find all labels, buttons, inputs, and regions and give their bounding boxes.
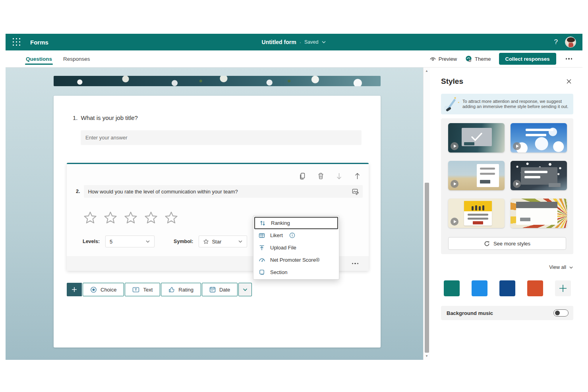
rating-options-row: Levels: 5 Symbol: Star <box>83 236 247 247</box>
theme-thumbnail[interactable] <box>511 199 567 228</box>
menu-item-ranking[interactable]: Ranking <box>254 217 338 229</box>
add-question-button[interactable] <box>67 283 82 296</box>
ranking-arrows-icon <box>259 220 266 226</box>
theme-color-swatches <box>444 280 572 296</box>
theme-thumbnail[interactable] <box>448 161 505 190</box>
tab-questions[interactable]: Questions <box>26 50 52 67</box>
see-more-styles-button[interactable]: See more styles <box>448 237 566 250</box>
form-title[interactable]: Untitled form <box>262 39 296 45</box>
calendar-icon <box>209 286 216 293</box>
theme-thumbnail[interactable] <box>511 123 567 153</box>
suggestion-text: To attract more attention and response, … <box>462 99 570 110</box>
delete-question-icon[interactable] <box>315 171 326 181</box>
copy-question-icon[interactable] <box>297 171 308 181</box>
scrollbar-up-arrow-icon[interactable]: ▲ <box>425 69 429 73</box>
chevron-down-icon <box>238 239 243 244</box>
tab-responses[interactable]: Responses <box>63 50 90 67</box>
preview-button[interactable]: Preview <box>429 56 457 62</box>
view-all-link[interactable]: View all <box>441 265 573 270</box>
theme-button[interactable]: Theme <box>465 55 491 63</box>
paintbrush-illustration-icon: ✦ ✦ <box>443 95 461 113</box>
add-date-button[interactable]: Date <box>202 283 238 296</box>
app-launcher-waffle-icon[interactable] <box>9 34 25 50</box>
menu-item-upload-file[interactable]: Upload File <box>254 241 338 254</box>
menu-item-label: Section <box>270 269 287 275</box>
question-more-options-icon[interactable] <box>350 261 360 266</box>
star-icon[interactable] <box>164 210 179 226</box>
radio-icon <box>90 286 97 293</box>
menu-item-label: Upload File <box>270 245 296 251</box>
add-rating-button[interactable]: Rating <box>161 283 201 296</box>
add-choice-button[interactable]: Choice <box>83 283 124 296</box>
symbol-select[interactable]: Star <box>199 236 247 247</box>
forms-app-window: Forms Untitled form · Saved ? Questions … <box>0 0 588 392</box>
likert-grid-icon <box>258 232 265 239</box>
theme-thumbnail-selected[interactable] <box>448 123 505 153</box>
star-icon[interactable] <box>103 210 118 226</box>
move-question-down-icon[interactable] <box>334 171 344 181</box>
menu-item-label: Likert <box>270 232 283 238</box>
view-all-label: View all <box>549 265 566 270</box>
command-bar: Questions Responses Preview <box>6 50 582 68</box>
insert-media-icon[interactable] <box>352 188 359 195</box>
color-swatch-blue[interactable] <box>472 280 487 296</box>
account-avatar[interactable] <box>565 37 576 48</box>
move-question-up-icon[interactable] <box>352 171 362 181</box>
more-options-icon[interactable] <box>564 56 574 61</box>
question-type-menu: Ranking Likert Upload File Net Promoter … <box>253 216 339 280</box>
scrollbar-down-arrow-icon[interactable]: ▼ <box>425 354 429 358</box>
info-icon[interactable] <box>289 232 295 238</box>
help-icon[interactable]: ? <box>554 38 558 46</box>
upload-icon <box>258 245 265 251</box>
check-icon <box>471 133 483 141</box>
play-icon <box>513 142 521 150</box>
color-swatch-orange[interactable] <box>527 280 543 296</box>
theme-thumbnails-container <box>441 118 573 254</box>
saved-status: Saved <box>304 39 318 45</box>
scrollbar-thumb[interactable] <box>425 183 429 353</box>
menu-item-net-promoter-score[interactable]: Net Promoter Score® <box>254 254 338 266</box>
form-banner-image <box>54 76 381 86</box>
star-small-icon <box>203 239 209 245</box>
rating-stars <box>83 210 179 226</box>
question-2-actions <box>297 171 362 181</box>
question-2-title-row: 2. How would you rate the level of commu… <box>76 185 363 198</box>
theme-suggestion-banner: ✦ ✦ To attract more attention and respon… <box>441 94 573 114</box>
chevron-down-icon <box>569 265 573 270</box>
add-button-label: Choice <box>101 287 116 293</box>
chevron-down-icon[interactable] <box>321 40 326 44</box>
question-1-text: What is your job title? <box>81 114 138 121</box>
background-music-toggle[interactable] <box>553 309 569 317</box>
more-question-types-chevron-icon[interactable] <box>238 283 252 296</box>
add-text-button[interactable]: Text <box>125 283 160 296</box>
question-2-title-input[interactable]: How would you rate the level of communic… <box>84 185 363 198</box>
add-custom-color-button[interactable] <box>555 280 571 296</box>
collect-responses-button[interactable]: Collect responses <box>499 53 556 65</box>
add-button-label: Text <box>143 287 153 293</box>
background-music-row: Background music <box>441 306 573 320</box>
star-icon[interactable] <box>143 210 159 226</box>
question-2-text: How would you rate the level of communic… <box>88 189 352 195</box>
eye-icon <box>429 56 436 62</box>
close-icon[interactable] <box>565 77 573 86</box>
star-icon[interactable] <box>83 210 98 226</box>
menu-item-label: Net Promoter Score® <box>270 257 319 263</box>
color-swatch-dark-blue[interactable] <box>499 280 515 296</box>
canvas-scrollbar[interactable]: ▲ ▼ <box>423 68 430 360</box>
theme-thumbnail[interactable] <box>448 199 505 228</box>
background-music-label: Background music <box>447 310 493 316</box>
levels-select[interactable]: 5 <box>105 236 155 247</box>
play-icon <box>451 218 458 226</box>
question-1-answer-input[interactable] <box>81 130 362 145</box>
star-icon[interactable] <box>123 210 138 226</box>
gauge-icon <box>258 257 265 263</box>
section-icon <box>258 269 265 275</box>
menu-item-likert[interactable]: Likert <box>254 229 338 241</box>
menu-item-section[interactable]: Section <box>254 266 338 278</box>
app-header: Forms Untitled form · Saved ? <box>6 34 582 50</box>
theme-thumbnail[interactable] <box>511 161 567 190</box>
title-separator: · <box>300 39 301 45</box>
color-swatch-teal[interactable] <box>444 280 460 296</box>
question-1-title[interactable]: 1. What is your job title? <box>73 114 138 121</box>
symbol-label: Symbol: <box>174 239 193 244</box>
